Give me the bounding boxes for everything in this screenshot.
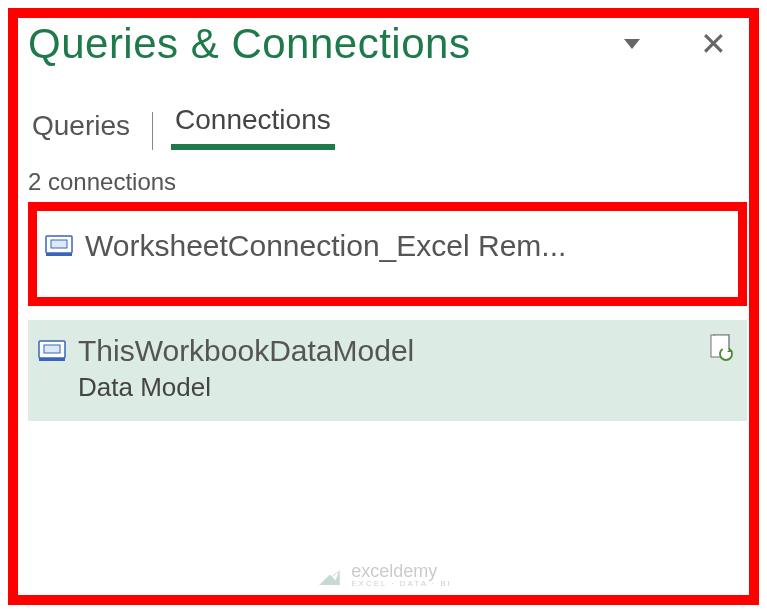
connection-row[interactable]: WorksheetConnection_Excel Rem... (45, 225, 730, 267)
watermark-name: exceldemy (351, 562, 452, 580)
watermark-text: exceldemy EXCEL · DATA · BI (351, 562, 452, 588)
worksheet-connection-icon (45, 235, 73, 257)
connection-name: ThisWorkbookDataModel (78, 334, 414, 368)
connection-text-block: ThisWorkbookDataModel Data Model (78, 334, 414, 403)
watermark-logo-icon (315, 561, 343, 589)
tab-queries[interactable]: Queries (28, 104, 134, 150)
connection-row[interactable]: ThisWorkbookDataModel Data Model (28, 320, 747, 421)
panel-controls: ✕ (624, 25, 727, 63)
refresh-icon[interactable] (709, 334, 733, 362)
highlighted-selection-box: WorksheetConnection_Excel Rem... (28, 202, 747, 306)
svg-rect-5 (44, 345, 60, 353)
connection-text-block: WorksheetConnection_Excel Rem... (85, 229, 566, 263)
data-model-connection-icon (38, 340, 66, 362)
svg-rect-2 (51, 240, 67, 248)
connection-name: WorksheetConnection_Excel Rem... (85, 229, 566, 263)
connection-count-label: 2 connections (28, 168, 747, 196)
tab-bar: Queries Connections (28, 98, 747, 150)
watermark-tagline: EXCEL · DATA · BI (351, 580, 452, 588)
panel-title: Queries & Connections (28, 20, 470, 68)
svg-rect-1 (46, 253, 72, 256)
panel-options-dropdown-icon[interactable] (624, 39, 640, 49)
svg-rect-4 (39, 358, 65, 361)
close-icon[interactable]: ✕ (700, 25, 727, 63)
tab-separator (152, 112, 153, 150)
connection-subtitle: Data Model (78, 372, 414, 403)
watermark: exceldemy EXCEL · DATA · BI (315, 561, 452, 589)
tab-connections[interactable]: Connections (171, 98, 335, 150)
queries-connections-panel: Queries & Connections ✕ Queries Connecti… (0, 0, 767, 441)
panel-header: Queries & Connections ✕ (28, 20, 747, 68)
